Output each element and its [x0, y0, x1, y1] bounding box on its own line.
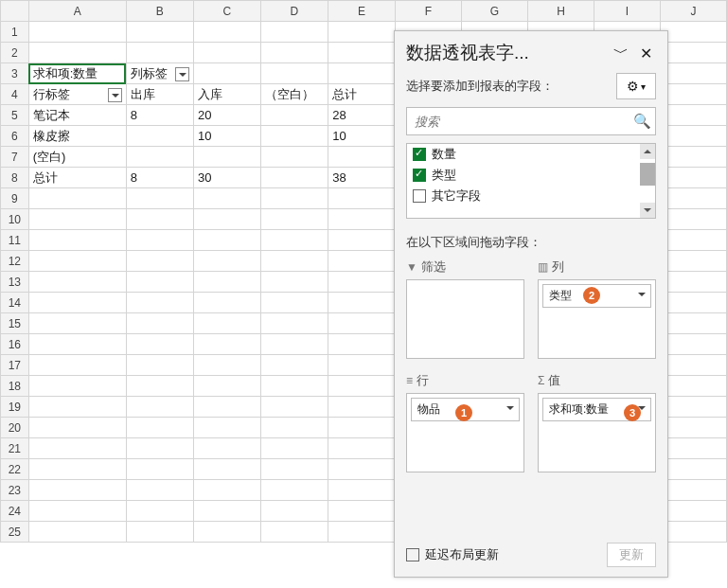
values-area[interactable]: Σ值 求和项:数量 3: [538, 372, 656, 472]
cell[interactable]: 橡皮擦: [28, 126, 126, 147]
cell[interactable]: 总计: [28, 168, 126, 188]
cell-A3[interactable]: 求和项:数量: [28, 63, 126, 84]
update-button[interactable]: 更新: [607, 543, 656, 567]
row-header[interactable]: 8: [1, 168, 29, 188]
col-header-C[interactable]: C: [193, 1, 260, 22]
cell[interactable]: 20: [193, 105, 260, 126]
col-header-H[interactable]: H: [528, 1, 594, 22]
area-label: 筛选: [421, 258, 446, 276]
filter-area[interactable]: ▼筛选: [406, 258, 524, 359]
row-header[interactable]: 6: [1, 126, 29, 147]
search-field[interactable]: 🔍: [406, 107, 656, 135]
cell[interactable]: 30: [193, 168, 260, 188]
search-icon: 🔍: [629, 113, 655, 130]
cell-D4[interactable]: （空白）: [260, 84, 328, 105]
area-label: 值: [548, 372, 560, 389]
col-header-I[interactable]: I: [594, 1, 661, 22]
cell[interactable]: 10: [193, 126, 260, 147]
dropdown-icon[interactable]: [175, 67, 189, 81]
row-header[interactable]: 18: [1, 376, 29, 397]
row-header[interactable]: 2: [1, 43, 29, 63]
col-header-E[interactable]: E: [328, 1, 396, 22]
field-label: 其它字段: [432, 187, 481, 205]
row-header[interactable]: 13: [1, 272, 29, 293]
row-header[interactable]: 3: [1, 63, 29, 84]
row-header[interactable]: 24: [1, 501, 29, 522]
checkbox-icon[interactable]: [413, 189, 426, 203]
row-header[interactable]: 20: [1, 418, 29, 438]
field-item[interactable]: 其它字段: [407, 186, 655, 206]
filter-dropzone[interactable]: [406, 279, 524, 359]
cell[interactable]: (空白): [28, 147, 126, 168]
row-header[interactable]: 11: [1, 230, 29, 251]
cell-E4[interactable]: 总计: [328, 84, 396, 105]
col-header-J[interactable]: J: [660, 1, 726, 22]
filter-icon: ▼: [406, 260, 417, 274]
col-header-A[interactable]: A: [28, 1, 126, 22]
cell[interactable]: [260, 105, 328, 126]
row-header[interactable]: 4: [1, 84, 29, 105]
areas-prompt: 在以下区域间拖动字段：: [395, 228, 667, 258]
rows-icon: ≡: [406, 374, 413, 387]
cell[interactable]: [126, 126, 193, 147]
cell-A4[interactable]: 行标签: [28, 84, 126, 105]
settings-button[interactable]: ⚙ ▾: [616, 73, 656, 99]
cell[interactable]: 笔记本: [28, 105, 126, 126]
scroll-thumb[interactable]: [640, 163, 655, 186]
defer-label: 延迟布局更新: [425, 546, 607, 563]
field-item[interactable]: 类型: [407, 165, 655, 186]
row-header[interactable]: 14: [1, 293, 29, 313]
callout-badge-1: 1: [455, 404, 472, 421]
sigma-icon: Σ: [538, 374, 544, 387]
cell[interactable]: 10: [328, 126, 396, 147]
row-header[interactable]: 19: [1, 397, 29, 418]
values-dropzone[interactable]: 求和项:数量: [538, 393, 656, 472]
cell-C4[interactable]: 入库: [193, 84, 260, 105]
row-header[interactable]: 1: [1, 22, 29, 43]
pivot-fields-pane: 数据透视表字... ﹀ ✕ 选择要添加到报表的字段： ⚙ ▾ 🔍 数量 类型 其…: [394, 30, 668, 578]
row-header[interactable]: 10: [1, 209, 29, 230]
select-all-corner[interactable]: [1, 1, 29, 22]
col-header-G[interactable]: G: [461, 1, 527, 22]
callout-badge-2: 2: [583, 287, 600, 304]
callout-badge-3: 3: [624, 404, 641, 421]
close-button[interactable]: ✕: [635, 43, 656, 63]
row-header[interactable]: 16: [1, 334, 29, 355]
checkbox-checked-icon[interactable]: [413, 169, 426, 182]
columns-area[interactable]: ▥列 类型 2: [538, 258, 656, 359]
cell[interactable]: 8: [126, 168, 193, 188]
field-item[interactable]: 数量: [407, 144, 655, 165]
row-header[interactable]: 17: [1, 355, 29, 376]
row-header[interactable]: 15: [1, 313, 29, 334]
scroll-up-icon[interactable]: [640, 144, 655, 159]
columns-icon: ▥: [538, 260, 548, 274]
cell-B3[interactable]: 列标签: [126, 63, 193, 84]
row-header[interactable]: 7: [1, 147, 29, 168]
dropdown-icon[interactable]: [108, 88, 122, 102]
row-header[interactable]: 12: [1, 251, 29, 272]
scroll-down-icon[interactable]: [640, 203, 655, 218]
collapse-button[interactable]: ﹀: [611, 43, 631, 63]
cell[interactable]: 38: [328, 168, 396, 188]
area-label: 行: [417, 372, 429, 389]
cell[interactable]: 8: [126, 105, 193, 126]
rows-area[interactable]: ≡行 物品 1: [406, 372, 524, 472]
col-header-B[interactable]: B: [126, 1, 193, 22]
cell[interactable]: [260, 126, 328, 147]
cell[interactable]: [260, 168, 328, 188]
search-input[interactable]: [407, 115, 629, 129]
col-header-D[interactable]: D: [260, 1, 328, 22]
row-header[interactable]: 9: [1, 188, 29, 209]
cell[interactable]: 28: [328, 105, 396, 126]
checkbox-checked-icon[interactable]: [413, 148, 426, 161]
fields-list[interactable]: 数量 类型 其它字段: [406, 143, 656, 219]
row-header[interactable]: 5: [1, 105, 29, 126]
row-header[interactable]: 22: [1, 459, 29, 480]
defer-checkbox[interactable]: [406, 548, 419, 561]
field-label: 类型: [432, 167, 456, 184]
cell-B4[interactable]: 出库: [126, 84, 193, 105]
row-header[interactable]: 23: [1, 480, 29, 501]
col-header-F[interactable]: F: [395, 1, 461, 22]
row-header[interactable]: 25: [1, 522, 29, 543]
row-header[interactable]: 21: [1, 438, 29, 459]
